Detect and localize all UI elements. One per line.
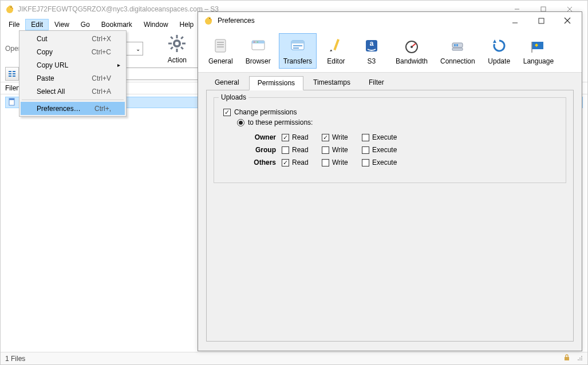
svg-rect-11 bbox=[182, 42, 186, 44]
svg-rect-22 bbox=[13, 76, 15, 77]
window-title: JIKFEJ72FEGWTQG5RZOX@nyc3.digitaloceansp… bbox=[18, 5, 219, 13]
group-read-checkbox[interactable] bbox=[282, 146, 289, 154]
statusbar-text: 1 Files bbox=[5, 355, 25, 363]
to-these-permissions-radio[interactable] bbox=[237, 119, 244, 126]
change-permissions-checkbox[interactable] bbox=[223, 109, 231, 116]
group-write-checkbox[interactable] bbox=[322, 146, 329, 154]
svg-rect-49 bbox=[291, 41, 304, 43]
menu-view[interactable]: View bbox=[49, 19, 75, 30]
svg-rect-24 bbox=[9, 98, 14, 100]
connection-icon bbox=[448, 37, 467, 55]
svg-rect-21 bbox=[13, 73, 15, 74]
svg-rect-14 bbox=[181, 36, 184, 39]
svg-rect-10 bbox=[168, 42, 172, 44]
uploads-group: Uploads Change permissions to these perm… bbox=[214, 97, 566, 183]
tab-permissions[interactable]: Permissions bbox=[249, 76, 303, 90]
category-update[interactable]: Update bbox=[483, 33, 515, 69]
menu-help[interactable]: Help bbox=[174, 19, 200, 30]
svg-rect-20 bbox=[13, 71, 15, 72]
action-label: Action bbox=[168, 56, 187, 64]
maximize-button[interactable] bbox=[532, 12, 550, 29]
owner-read-checkbox[interactable] bbox=[282, 134, 289, 141]
menu-go[interactable]: Go bbox=[75, 19, 96, 30]
language-icon bbox=[529, 37, 547, 55]
menu-item-select-all[interactable]: Select All Ctrl+A bbox=[21, 85, 125, 98]
outline-view-button[interactable] bbox=[5, 67, 19, 81]
svg-marker-53 bbox=[330, 49, 333, 52]
svg-rect-36 bbox=[539, 18, 544, 23]
svg-point-28 bbox=[581, 358, 582, 359]
svg-point-1 bbox=[9, 6, 13, 10]
category-editor[interactable]: Editor bbox=[320, 33, 352, 69]
svg-rect-39 bbox=[215, 39, 226, 52]
svg-rect-4 bbox=[541, 7, 546, 11]
svg-point-16 bbox=[175, 41, 179, 45]
preferences-category-bar: General Browser Transfers Editor a S3 Ba… bbox=[198, 29, 582, 73]
preferences-dialog: Preferences General Browser Transfers Ed… bbox=[198, 11, 582, 351]
menu-item-paste[interactable]: Paste Ctrl+V bbox=[21, 72, 125, 85]
category-language[interactable]: Language bbox=[519, 33, 558, 69]
svg-point-29 bbox=[578, 359, 579, 360]
file-icon bbox=[8, 98, 16, 108]
svg-rect-15 bbox=[171, 46, 174, 50]
svg-rect-42 bbox=[217, 46, 224, 47]
permissions-grid: Owner Read Write Execute Group Read Writ… bbox=[247, 131, 559, 169]
svg-text:a: a bbox=[370, 39, 374, 47]
owner-execute-checkbox[interactable] bbox=[362, 134, 369, 141]
svg-point-31 bbox=[581, 359, 582, 360]
category-transfers[interactable]: Transfers bbox=[279, 33, 317, 69]
perm-group-label: Group bbox=[247, 146, 276, 154]
menu-item-cut[interactable]: Cut Ctrl+X bbox=[21, 32, 125, 45]
menu-item-copy[interactable]: Copy Ctrl+C bbox=[21, 45, 125, 58]
category-browser[interactable]: Browser bbox=[241, 33, 275, 69]
svg-rect-50 bbox=[293, 45, 302, 46]
menu-bookmark[interactable]: Bookmark bbox=[96, 19, 138, 30]
svg-point-45 bbox=[254, 41, 255, 42]
app-icon bbox=[204, 16, 213, 25]
tab-timestamps[interactable]: Timestamps bbox=[305, 76, 359, 90]
gear-icon bbox=[167, 34, 187, 55]
tab-general[interactable]: General bbox=[206, 76, 248, 90]
lock-icon bbox=[563, 354, 570, 363]
svg-point-27 bbox=[579, 358, 581, 359]
column-filename: Filen bbox=[5, 84, 20, 92]
group-execute-checkbox[interactable] bbox=[362, 146, 369, 154]
menu-edit[interactable]: Edit bbox=[25, 19, 49, 30]
svg-rect-8 bbox=[176, 35, 178, 38]
svg-rect-52 bbox=[333, 39, 340, 50]
svg-rect-62 bbox=[454, 44, 456, 46]
svg-rect-40 bbox=[217, 42, 224, 43]
category-bandwidth[interactable]: Bandwidth bbox=[391, 33, 432, 69]
svg-rect-63 bbox=[456, 44, 458, 46]
preferences-titlebar: Preferences bbox=[198, 12, 582, 29]
transfers-tab-row: General Permissions Timestamps Filter bbox=[198, 73, 582, 90]
svg-rect-61 bbox=[452, 48, 463, 50]
menu-item-copy-url[interactable]: Copy URL ▸ bbox=[21, 58, 125, 72]
svg-point-59 bbox=[411, 46, 413, 48]
svg-point-34 bbox=[210, 18, 211, 19]
minimize-button[interactable] bbox=[506, 12, 523, 29]
menu-item-preferences[interactable]: Preferences… Ctrl+, bbox=[21, 102, 125, 115]
editor-icon bbox=[327, 37, 345, 55]
action-button[interactable]: Action bbox=[163, 33, 191, 65]
resize-grip-icon bbox=[576, 354, 583, 363]
owner-write-checkbox[interactable] bbox=[322, 134, 329, 141]
others-read-checkbox[interactable] bbox=[282, 159, 289, 166]
bandwidth-icon bbox=[402, 37, 421, 55]
s3-icon: a bbox=[362, 37, 381, 55]
others-write-checkbox[interactable] bbox=[322, 159, 329, 166]
perm-others-label: Others bbox=[247, 158, 276, 166]
menu-file[interactable]: File bbox=[3, 19, 25, 30]
svg-point-33 bbox=[207, 17, 211, 21]
category-connection[interactable]: Connection bbox=[436, 33, 480, 69]
others-execute-checkbox[interactable] bbox=[362, 159, 369, 166]
svg-point-46 bbox=[255, 41, 256, 42]
svg-point-30 bbox=[579, 359, 581, 360]
close-button[interactable] bbox=[559, 12, 576, 29]
category-general[interactable]: General bbox=[204, 33, 238, 69]
browser-icon bbox=[249, 37, 267, 55]
svg-rect-17 bbox=[9, 71, 11, 72]
menu-window[interactable]: Window bbox=[138, 19, 174, 30]
category-s3[interactable]: a S3 bbox=[356, 33, 388, 69]
tab-filter[interactable]: Filter bbox=[360, 76, 393, 90]
